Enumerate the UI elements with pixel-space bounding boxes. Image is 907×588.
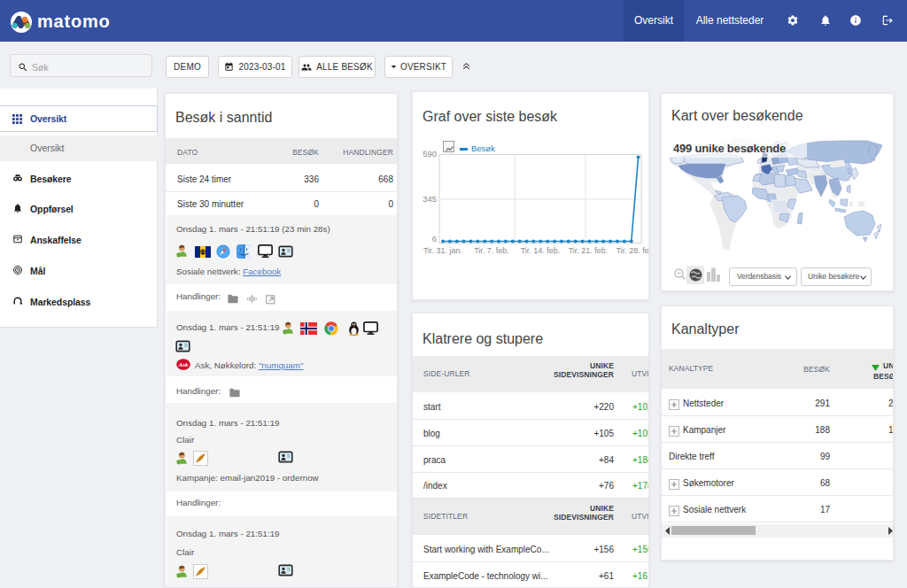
- svg-text:Ask: Ask: [178, 361, 189, 368]
